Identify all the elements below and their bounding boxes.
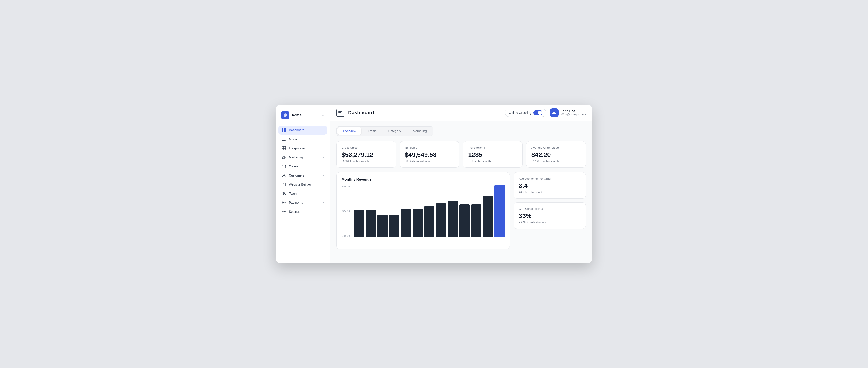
stat-label-net-sales: Net sales	[405, 146, 454, 149]
nav-label-website-builder: Website Builder	[289, 182, 311, 186]
tab-traffic[interactable]: Traffic	[362, 128, 382, 135]
svg-rect-11	[282, 148, 284, 150]
app-window: Acme ⌄ Dashboard Menu Integrations Marke…	[276, 105, 592, 263]
payments-chevron-icon: ›	[323, 201, 324, 204]
chart-bar-9	[459, 204, 470, 237]
tab-overview[interactable]: Overview	[338, 128, 362, 135]
nav-label-menu: Menu	[289, 137, 297, 141]
svg-point-17	[283, 183, 284, 183]
nav-label-orders: Orders	[289, 165, 299, 168]
chart-bar-0	[354, 210, 364, 237]
sidebar-toggle-icon[interactable]	[336, 109, 344, 117]
chart-bar-5	[412, 209, 423, 237]
monthly-revenue-chart: Monthly Revenue $60000$45000$30000	[336, 172, 510, 249]
user-info[interactable]: JD John Doe ***oe@example.com	[550, 108, 586, 117]
main-content: Dashboard Online Ordering JD John Doe **…	[330, 105, 592, 263]
svg-point-19	[284, 192, 285, 194]
menu-icon	[282, 137, 286, 141]
nav-label-payments: Payments	[289, 201, 303, 204]
nav-label-marketing: Marketing	[289, 155, 303, 159]
svg-rect-13	[283, 167, 285, 168]
content-area: OverviewTrafficCategoryMarketing Gross S…	[330, 121, 592, 263]
mini-card-value-cart-conversion: 33%	[519, 212, 581, 220]
marketing-chevron-icon: ›	[323, 156, 324, 159]
app-name: Acme	[291, 113, 319, 117]
toggle-knob	[538, 111, 542, 115]
chart-bar-10	[471, 204, 482, 237]
sidebar-item-integrations[interactable]: Integrations	[278, 144, 327, 153]
sidebar-item-menu[interactable]: Menu	[278, 135, 327, 144]
page-title: Dashboard	[348, 110, 374, 116]
svg-rect-5	[284, 130, 286, 132]
chart-bar-2	[377, 215, 388, 237]
mini-card-value-avg-items: 3.4	[519, 182, 581, 190]
sidebar-item-marketing[interactable]: Marketing ›	[278, 153, 327, 162]
svg-rect-7	[282, 139, 286, 139]
stat-value-avg-order-value: $42.20	[531, 151, 581, 159]
sidebar-item-customers[interactable]: Customers ›	[278, 171, 327, 180]
svg-point-1	[285, 115, 286, 116]
payments-icon	[282, 200, 286, 205]
nav-label-dashboard: Dashboard	[289, 128, 305, 132]
avatar: JD	[550, 108, 559, 117]
chart-bar-7	[436, 203, 446, 237]
customers-chevron-icon: ›	[323, 174, 324, 177]
orders-icon	[282, 164, 286, 169]
logo-icon	[281, 111, 289, 119]
stat-change-gross-sales: +9.3% from last month	[342, 160, 391, 163]
nav-label-integrations: Integrations	[289, 146, 305, 150]
mini-card-change-cart-conversion: +3.3% from last month	[519, 221, 581, 224]
mini-card-label-cart-conversion: Cart Conversion %	[519, 207, 581, 210]
user-name: John Doe	[561, 109, 586, 113]
sidebar-item-team[interactable]: Team	[278, 189, 327, 198]
stat-change-net-sales: +8.5% from last month	[405, 160, 454, 163]
svg-rect-9	[282, 146, 284, 148]
chart-bar-6	[424, 206, 435, 237]
sidebar-item-payments[interactable]: Payments ›	[278, 198, 327, 207]
svg-rect-8	[282, 140, 286, 141]
svg-rect-23	[338, 112, 341, 113]
svg-rect-24	[338, 114, 342, 114]
stat-card-avg-order-value: Average Order Value $42.20 +1.1% from la…	[526, 141, 586, 168]
bars-container	[354, 185, 505, 237]
chart-y-label: $30000	[342, 234, 350, 237]
logo-chevron-icon: ⌄	[322, 113, 324, 117]
chart-bar-3	[389, 215, 399, 237]
online-ordering-toggle-group[interactable]: Online Ordering	[505, 109, 546, 117]
website-builder-icon	[282, 182, 286, 187]
sidebar: Acme ⌄ Dashboard Menu Integrations Marke…	[276, 105, 330, 263]
sidebar-logo[interactable]: Acme ⌄	[278, 109, 327, 121]
nav-items-container: Dashboard Menu Integrations Marketing › …	[278, 125, 327, 216]
online-ordering-label: Online Ordering	[509, 111, 531, 115]
sidebar-item-dashboard[interactable]: Dashboard	[278, 125, 327, 135]
chart-bar-4	[401, 209, 411, 237]
user-text: John Doe ***oe@example.com	[561, 109, 586, 116]
stat-label-gross-sales: Gross Sales	[342, 146, 391, 149]
chart-bar-11	[483, 196, 493, 237]
svg-rect-6	[282, 138, 286, 138]
sidebar-item-website-builder[interactable]: Website Builder	[278, 180, 327, 189]
svg-rect-3	[284, 128, 286, 130]
marketing-icon	[282, 155, 286, 160]
tab-marketing[interactable]: Marketing	[407, 128, 432, 135]
online-ordering-toggle[interactable]	[533, 110, 542, 115]
stat-label-transactions: Transactions	[468, 146, 518, 149]
mini-card-avg-items: Average Items Per Order 3.4 +0.3 from la…	[514, 172, 586, 199]
svg-rect-12	[284, 148, 286, 150]
svg-rect-4	[282, 130, 283, 132]
mini-card-label-avg-items: Average Items Per Order	[519, 177, 581, 180]
stat-card-transactions: Transactions 1235 +8 from last month	[463, 141, 523, 168]
svg-point-18	[283, 192, 284, 194]
tab-category[interactable]: Category	[383, 128, 406, 135]
team-icon	[282, 191, 286, 196]
svg-rect-22	[338, 111, 342, 112]
stat-card-gross-sales: Gross Sales $53,279.12 +9.3% from last m…	[336, 141, 396, 168]
stat-value-gross-sales: $53,279.12	[342, 151, 391, 159]
sidebar-item-settings[interactable]: Settings	[278, 207, 327, 216]
chart-area: $60000$45000$30000	[342, 185, 505, 244]
chart-title: Monthly Revenue	[342, 177, 505, 181]
user-email: ***oe@example.com	[561, 113, 586, 116]
mini-card-cart-conversion: Cart Conversion % 33% +3.3% from last mo…	[514, 202, 586, 229]
stat-change-transactions: +8 from last month	[468, 160, 518, 163]
sidebar-item-orders[interactable]: Orders	[278, 162, 327, 171]
